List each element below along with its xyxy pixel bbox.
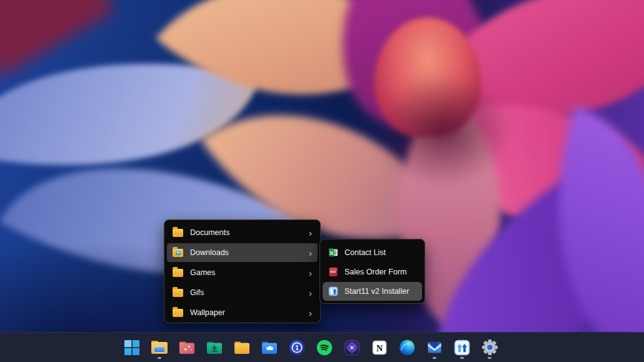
menu-item-wallpaper[interactable]: Wallpaper ›	[167, 303, 318, 322]
windows-logo-icon	[124, 339, 140, 356]
taskbar-mail-button[interactable]	[426, 335, 443, 360]
folder-icon	[173, 269, 183, 277]
taskbar: 1	[0, 332, 644, 362]
petal	[505, 106, 644, 362]
1password-icon: 1	[289, 339, 305, 356]
chevron-right-icon: ›	[309, 228, 313, 238]
taskbar-edge-button[interactable]	[398, 335, 416, 360]
petal	[0, 0, 114, 76]
download-badge-icon	[176, 251, 181, 255]
notion-icon: N	[371, 339, 388, 356]
start11-icon	[454, 339, 470, 356]
petal	[415, 49, 644, 287]
desktop: Documents › Downloads › Games › Gifs › W…	[0, 0, 644, 362]
folder-icon	[173, 289, 183, 297]
menu-item-label: Gifs	[190, 288, 204, 297]
svg-text:N: N	[376, 343, 383, 353]
pdf-file-icon: PDF	[328, 267, 338, 277]
downloads-submenu: X Contact List PDF Sales Order Form	[319, 239, 425, 304]
petal	[0, 17, 259, 211]
running-indicator	[158, 357, 161, 359]
taskbar-settings-button[interactable]	[481, 335, 498, 360]
folder-icon	[173, 229, 183, 237]
menu-item-label: Downloads	[190, 248, 229, 257]
submenu-item-contact-list[interactable]: X Contact List	[323, 243, 422, 262]
folder-context-menu: Documents › Downloads › Games › Gifs › W…	[164, 219, 321, 323]
taskbar-file-explorer-button[interactable]	[151, 335, 168, 360]
menu-item-label: Documents	[190, 228, 229, 237]
flower-center	[374, 18, 481, 138]
petal	[424, 0, 644, 196]
taskbar-pictures-folder-button[interactable]	[178, 335, 196, 360]
chevron-right-icon: ›	[309, 268, 313, 278]
mail-icon	[426, 339, 443, 356]
svg-text:PDF: PDF	[330, 271, 336, 274]
spotify-icon	[316, 339, 333, 356]
menu-item-label: Wallpaper	[190, 308, 225, 317]
chevron-right-icon: ›	[309, 288, 313, 298]
purple-play-icon	[344, 339, 360, 356]
submenu-item-sales-order-form[interactable]: PDF Sales Order Form	[323, 263, 422, 281]
submenu-item-label: Sales Order Form	[345, 268, 406, 276]
flower-core-shadow	[374, 74, 513, 188]
submenu-item-start11-installer[interactable]: Start11 v2 Installer	[323, 282, 422, 301]
taskbar-icons: 1	[123, 333, 498, 362]
taskbar-spotify-button[interactable]	[316, 335, 333, 360]
edge-icon	[399, 339, 415, 356]
pink-folder-icon	[179, 341, 195, 354]
submenu-item-label: Start11 v2 Installer	[345, 287, 409, 296]
svg-text:X: X	[330, 249, 334, 256]
taskbar-1password-button[interactable]: 1	[288, 335, 306, 360]
taskbar-onedrive-folder-button[interactable]	[261, 335, 278, 360]
file-explorer-icon	[151, 339, 168, 355]
submenu-item-label: Contact List	[345, 248, 386, 257]
taskbar-start-button[interactable]	[123, 335, 141, 360]
folder-icon	[173, 309, 183, 317]
menu-item-documents[interactable]: Documents ›	[167, 223, 318, 242]
chevron-right-icon: ›	[309, 248, 313, 258]
start11-installer-icon	[328, 286, 338, 296]
chevron-right-icon: ›	[309, 308, 313, 318]
menu-item-gifs[interactable]: Gifs ›	[167, 283, 318, 302]
running-indicator	[488, 357, 491, 359]
menu-item-label: Games	[190, 268, 215, 277]
running-indicator	[433, 357, 436, 359]
blue-cloud-folder-icon	[261, 341, 278, 354]
settings-gear-icon	[481, 339, 498, 356]
svg-text:1: 1	[295, 344, 299, 351]
menu-item-games[interactable]: Games ›	[167, 263, 318, 282]
folder-download-icon	[173, 249, 183, 257]
taskbar-notion-button[interactable]: N	[371, 335, 388, 360]
yellow-folder-icon	[234, 341, 250, 354]
taskbar-start11-button[interactable]	[453, 335, 471, 360]
petal	[156, 0, 424, 172]
menu-item-downloads[interactable]: Downloads ›	[167, 243, 318, 262]
taskbar-media-app-button[interactable]	[343, 335, 361, 360]
excel-file-icon: X	[328, 248, 338, 258]
taskbar-downloads-folder-button[interactable]	[206, 335, 223, 360]
running-indicator	[460, 357, 464, 359]
green-download-folder-icon	[206, 341, 223, 354]
petal	[324, 0, 503, 144]
desktop-wallpaper	[0, 0, 644, 362]
taskbar-documents-folder-button[interactable]	[233, 335, 251, 360]
